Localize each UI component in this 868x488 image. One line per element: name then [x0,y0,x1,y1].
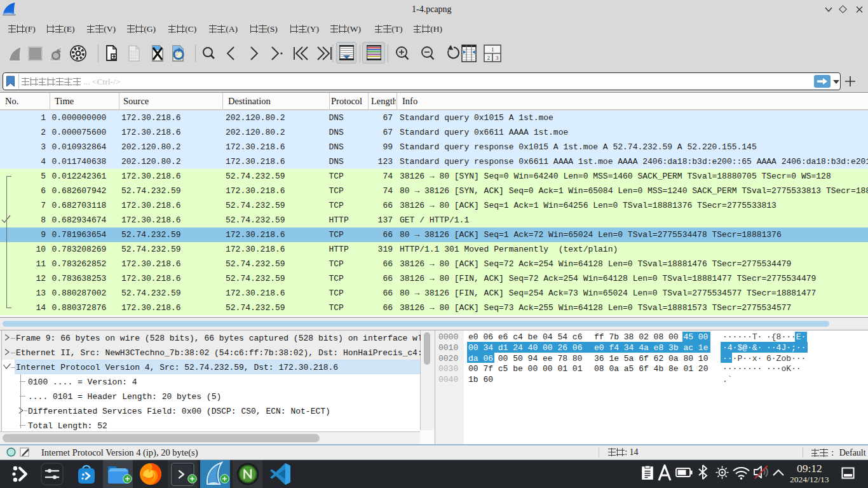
svg-text:3: 3 [496,55,499,61]
svg-text:0111: 0111 [130,57,138,60]
svg-text:1: 1 [491,46,494,53]
svg-text:2: 2 [487,55,491,61]
